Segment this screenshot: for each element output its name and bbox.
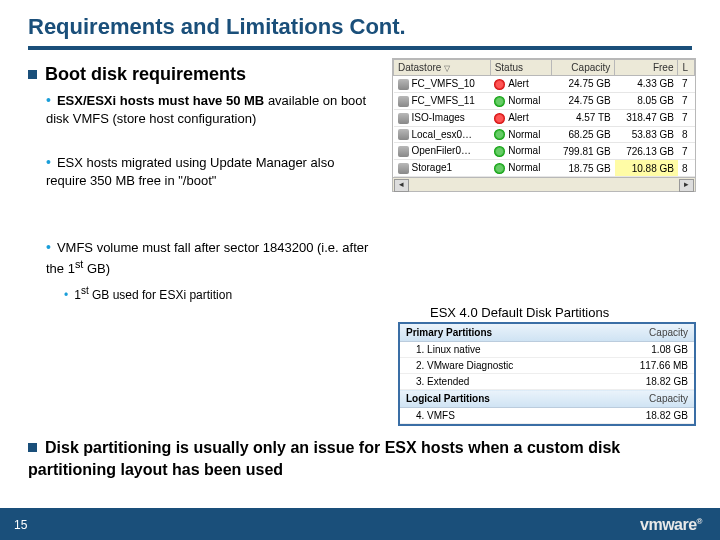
table-row[interactable]: ISO-ImagesAlert4.57 TB318.47 GB7	[394, 109, 695, 126]
bullet-3: •VMFS volume must fall after sector 1843…	[46, 238, 378, 278]
horizontal-scrollbar[interactable]: ◂▸	[393, 177, 695, 191]
status-ok-icon	[494, 163, 505, 174]
bullet-dot-icon: •	[46, 239, 51, 255]
capacity-header: Capacity	[595, 390, 694, 408]
logical-partitions-header: Logical Partitions	[400, 390, 595, 408]
datastore-table: Datastore ▽ Status Capacity Free L FC_VM…	[392, 58, 696, 192]
title-rule	[28, 46, 692, 50]
status-alert-icon	[494, 113, 505, 124]
datastore-icon	[398, 113, 409, 124]
bullet-dot-icon: •	[46, 154, 51, 170]
partition-table: Primary PartitionsCapacity 1. Linux nati…	[398, 322, 696, 426]
subbullet-3a-b: GB used for ESXi partition	[89, 288, 232, 302]
table-row: 1. Linux native1.08 GB	[400, 342, 694, 358]
bullet-2-text: ESX hosts migrated using Update Manager …	[46, 155, 334, 188]
table-row[interactable]: FC_VMFS_10Alert24.75 GB4.33 GB7	[394, 76, 695, 93]
bullet-3-b: GB)	[83, 261, 110, 276]
table-row[interactable]: OpenFiler0…Normal799.81 GB726.13 GB7	[394, 143, 695, 160]
status-ok-icon	[494, 96, 505, 107]
datastore-icon	[398, 96, 409, 107]
col-status[interactable]: Status	[490, 60, 551, 76]
status-alert-icon	[494, 79, 505, 90]
col-capacity[interactable]: Capacity	[552, 60, 615, 76]
section-heading-text: Boot disk requirements	[45, 64, 246, 84]
scroll-left-icon[interactable]: ◂	[394, 179, 409, 192]
footer-bar	[0, 508, 720, 540]
bullet-dot-icon: •	[46, 92, 51, 108]
status-ok-icon	[494, 129, 505, 140]
bullet-2: •ESX hosts migrated using Update Manager…	[46, 153, 378, 189]
col-datastore[interactable]: Datastore ▽	[394, 60, 491, 76]
bullet-dot-icon: •	[64, 288, 68, 302]
table-row: 4. VMFS18.82 GB	[400, 408, 694, 424]
scroll-right-icon[interactable]: ▸	[679, 179, 694, 192]
capacity-header: Capacity	[595, 324, 694, 342]
bullet-1: •ESX/ESXi hosts must have 50 MB availabl…	[46, 91, 378, 127]
slide-title: Requirements and Limitations Cont.	[28, 14, 406, 40]
table-row: 2. VMware Diagnostic117.66 MB	[400, 358, 694, 374]
table-row[interactable]: Local_esx0…Normal68.25 GB53.83 GB8	[394, 126, 695, 143]
status-ok-icon	[494, 146, 505, 157]
datastore-icon	[398, 129, 409, 140]
sort-icon: ▽	[444, 64, 450, 73]
bullet-square-icon	[28, 443, 37, 452]
partition-caption: ESX 4.0 Default Disk Partitions	[430, 305, 609, 320]
page-number: 15	[14, 518, 27, 532]
table-row[interactable]: FC_VMFS_11Normal24.75 GB8.05 GB7	[394, 92, 695, 109]
table-header-row: Datastore ▽ Status Capacity Free L	[394, 60, 695, 76]
summary-text: Disk partitioning is usually only an iss…	[28, 437, 692, 480]
subbullet-3a-sup: st	[81, 285, 89, 296]
col-free[interactable]: Free	[615, 60, 678, 76]
bullet-square-icon	[28, 70, 37, 79]
table-row: 3. Extended18.82 GB	[400, 374, 694, 390]
primary-partitions-header: Primary Partitions	[400, 324, 595, 342]
datastore-icon	[398, 146, 409, 157]
datastore-icon	[398, 163, 409, 174]
vmware-logo: vmware®	[640, 516, 702, 534]
section-heading: Boot disk requirements	[28, 64, 378, 85]
col-l[interactable]: L	[678, 60, 695, 76]
subbullet-3a-a: 1	[74, 288, 81, 302]
datastore-icon	[398, 79, 409, 90]
bullet-1-bold: ESX/ESXi hosts must have 50 MB	[57, 93, 264, 108]
subbullet-3a: •1st GB used for ESXi partition	[64, 284, 378, 303]
content-left: Boot disk requirements •ESX/ESXi hosts m…	[28, 60, 378, 307]
table-row[interactable]: Storage1Normal18.75 GB10.88 GB8	[394, 160, 695, 177]
